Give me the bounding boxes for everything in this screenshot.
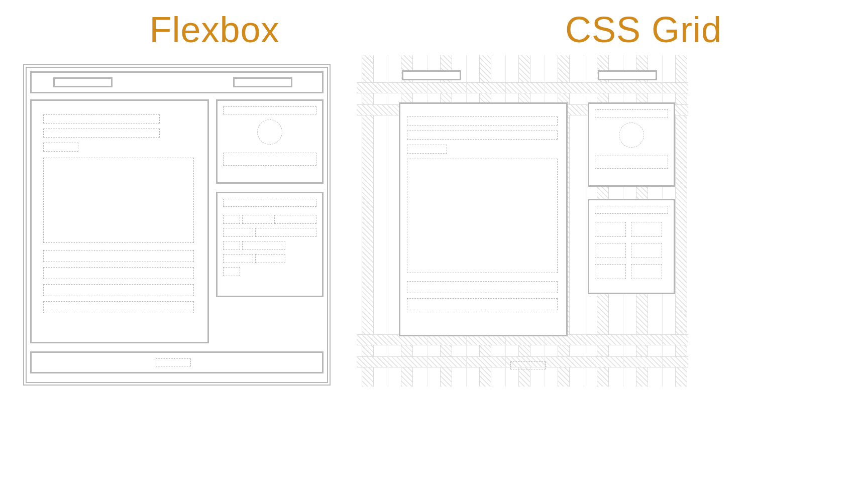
flex-tag-chip [223,254,253,263]
flex-tag-chip [223,215,240,224]
flex-footer-centerbox [156,358,191,366]
flex-paragraph-line [43,284,194,296]
comparison-diagram: Flexbox CSS Grid [0,0,858,504]
flex-paragraph-line [43,250,194,262]
grid-title-line [407,145,447,154]
flex-tag-chip [242,241,285,250]
title-cssgrid: CSS Grid [429,9,858,50]
flex-header-slot-right [233,77,292,87]
grid-cell [631,222,662,237]
grid-header-slot-left [402,70,461,80]
flex-title-line [43,129,160,138]
grid-track-line [388,55,388,387]
grid-header-slot-right [598,70,657,80]
grid-cell [631,243,662,258]
grid-title-line [407,131,558,140]
flex-tag-chip [223,228,253,237]
cssgrid-wireframe [357,55,688,387]
grid-paragraph-line [407,281,558,293]
grid-sidecard-bar [595,156,668,169]
flex-sidecard-title [223,106,316,114]
grid-cell [595,222,626,237]
grid-cell [595,264,626,279]
flex-tag-chip [274,215,316,224]
flex-header-slot-left [53,77,113,87]
grid-paragraph-line [407,298,558,310]
grid-title-line [407,116,558,125]
grid-track-line [584,55,584,387]
flex-tag-chip [242,215,272,224]
flex-avatar-circle-icon [257,119,282,145]
grid-row-gutter [357,82,688,93]
title-flexbox: Flexbox [0,9,429,50]
flex-tag-chip [223,241,240,250]
grid-gridcard-title [595,206,668,214]
grid-cell [595,243,626,258]
flexbox-wireframe [23,64,331,386]
flex-tag-chip [223,267,240,276]
flex-title-line [43,114,160,123]
grid-sidecard-title [595,109,668,117]
flex-paragraph-line [43,301,194,313]
grid-cell [631,264,662,279]
flex-paragraph-line [43,267,194,279]
flex-hero [43,158,194,243]
flex-title-line [43,143,78,152]
grid-hero [407,159,558,273]
flex-tags-title [223,199,316,207]
grid-footer-centerbox [510,361,546,369]
flex-sidecard-bar [223,153,316,166]
grid-avatar-circle-icon [619,122,644,148]
flex-tag-chip [255,254,285,263]
flex-tag-chip [255,228,316,237]
